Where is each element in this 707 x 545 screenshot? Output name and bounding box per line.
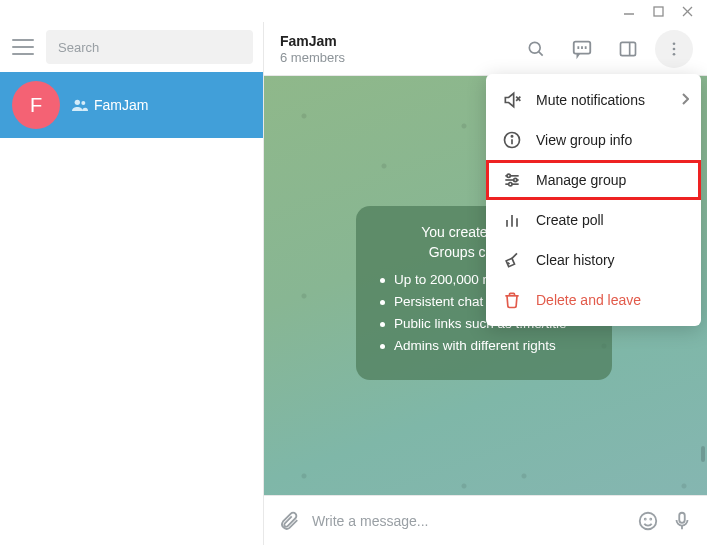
comments-icon[interactable] <box>563 30 601 68</box>
main-panel: FamJam 6 members You c <box>264 22 707 545</box>
svg-rect-12 <box>621 42 636 55</box>
message-input[interactable]: Write a message... <box>312 513 625 529</box>
search-icon[interactable] <box>517 30 555 68</box>
menu-manage-group[interactable]: Manage group <box>486 160 701 200</box>
chat-title: FamJam <box>280 33 517 49</box>
menu-clear-history[interactable]: Clear history <box>486 240 701 280</box>
maximize-button[interactable] <box>653 6 664 17</box>
svg-point-15 <box>673 47 676 50</box>
svg-rect-1 <box>654 7 663 16</box>
more-menu: Mute notifications View group info Manag… <box>486 74 701 326</box>
menu-icon[interactable] <box>10 37 36 57</box>
more-icon[interactable] <box>655 30 693 68</box>
svg-line-7 <box>539 51 543 55</box>
minimize-button[interactable] <box>623 5 635 17</box>
menu-create-poll[interactable]: Create poll <box>486 200 701 240</box>
svg-point-26 <box>511 136 512 137</box>
svg-line-36 <box>508 263 510 265</box>
svg-point-6 <box>529 42 540 53</box>
svg-point-31 <box>514 178 517 181</box>
menu-delete-and-leave[interactable]: Delete and leave <box>486 280 701 320</box>
sidepanel-icon[interactable] <box>609 30 647 68</box>
attach-icon[interactable] <box>278 510 300 532</box>
menu-view-group-info[interactable]: View group info <box>486 120 701 160</box>
svg-point-32 <box>509 183 512 186</box>
chat-members: 6 members <box>280 50 517 65</box>
chat-header: FamJam 6 members <box>264 22 707 76</box>
svg-point-5 <box>81 101 85 105</box>
svg-point-18 <box>645 518 646 519</box>
window-titlebar <box>0 0 707 22</box>
chat-list-item[interactable]: F FamJam <box>0 72 263 138</box>
svg-point-30 <box>507 174 510 177</box>
search-input[interactable]: Search <box>46 30 253 64</box>
emoji-icon[interactable] <box>637 510 659 532</box>
mute-icon <box>502 90 522 110</box>
scrollbar[interactable] <box>701 446 705 462</box>
close-button[interactable] <box>682 6 693 17</box>
svg-point-4 <box>75 100 80 105</box>
avatar: F <box>12 81 60 129</box>
microphone-icon[interactable] <box>671 510 693 532</box>
svg-point-16 <box>673 52 676 55</box>
broom-icon <box>502 250 522 270</box>
menu-mute-notifications[interactable]: Mute notifications <box>486 80 701 120</box>
info-icon <box>502 130 522 150</box>
svg-point-14 <box>673 42 676 45</box>
svg-point-19 <box>650 518 651 519</box>
bubble-item: Admins with different rights <box>378 338 590 353</box>
svg-point-17 <box>640 512 657 529</box>
trash-icon <box>502 290 522 310</box>
chat-name-label: FamJam <box>94 97 148 113</box>
group-icon <box>72 99 88 111</box>
poll-icon <box>502 210 522 230</box>
sliders-icon <box>502 170 522 190</box>
message-composer: Write a message... <box>264 495 707 545</box>
sidebar: Search F FamJam <box>0 22 264 545</box>
svg-rect-20 <box>679 512 685 522</box>
chevron-right-icon <box>681 92 689 108</box>
